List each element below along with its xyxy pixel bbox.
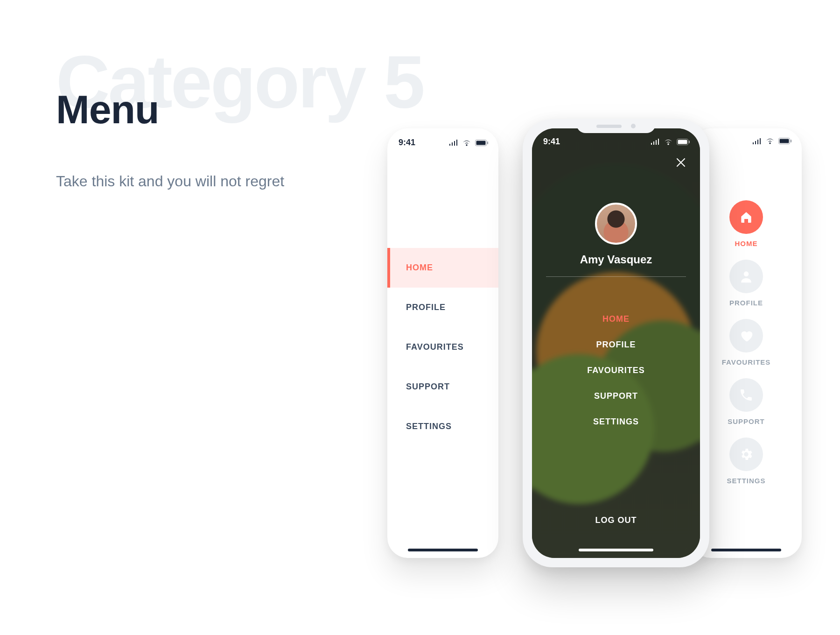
user-name: Amy Vasquez <box>580 253 652 266</box>
status-indicators <box>449 140 488 146</box>
close-button[interactable] <box>674 155 688 169</box>
speaker-icon <box>596 125 622 128</box>
phone-left: 9:41 HOME PROFILE FAVOURITES SUPPORT SET… <box>387 128 498 558</box>
right-menu-item-label: SETTINGS <box>727 477 765 485</box>
left-menu-item-label: SUPPORT <box>406 382 450 392</box>
center-menu: HOME PROFILE FAVOURITES SUPPORT SETTINGS <box>587 314 645 427</box>
right-menu-item-settings[interactable]: SETTINGS <box>727 437 765 485</box>
svg-rect-1 <box>476 141 486 145</box>
avatar[interactable] <box>595 203 637 245</box>
status-time: 9:41 <box>399 138 415 148</box>
close-icon <box>676 157 686 168</box>
left-menu-item-settings[interactable]: SETTINGS <box>387 407 498 446</box>
svg-rect-8 <box>678 140 687 144</box>
wifi-icon <box>664 139 673 145</box>
left-menu-item-label: FAVOURITES <box>406 342 464 352</box>
status-indicators <box>752 138 791 144</box>
home-indicator <box>579 549 653 551</box>
right-menu-item-support[interactable]: SUPPORT <box>728 378 765 425</box>
cellular-icon <box>752 138 762 144</box>
cellular-icon <box>651 139 660 145</box>
battery-icon <box>677 139 690 145</box>
center-menu-item-profile[interactable]: PROFILE <box>596 340 636 350</box>
left-menu-item-favourites[interactable]: FAVOURITES <box>387 327 498 367</box>
divider <box>546 276 686 277</box>
camera-icon <box>631 124 636 128</box>
page-title: Menu <box>56 86 159 133</box>
center-menu-item-support[interactable]: SUPPORT <box>594 391 638 401</box>
svg-rect-5 <box>791 140 791 142</box>
svg-rect-9 <box>689 141 690 143</box>
wifi-icon <box>462 140 471 146</box>
left-menu-item-label: PROFILE <box>406 303 446 312</box>
left-menu-item-home[interactable]: HOME <box>387 248 498 288</box>
battery-icon <box>778 138 791 144</box>
status-indicators <box>651 139 690 145</box>
center-menu-item-settings[interactable]: SETTINGS <box>593 417 639 427</box>
right-menu-item-favourites[interactable]: FAVOURITES <box>722 319 771 366</box>
right-menu-item-home[interactable]: HOME <box>729 200 763 247</box>
right-menu-item-label: FAVOURITES <box>722 358 771 366</box>
right-menu-item-label: SUPPORT <box>728 417 765 425</box>
cellular-icon <box>449 140 458 146</box>
heading: Category 5 Menu <box>56 44 423 119</box>
home-indicator <box>408 549 478 551</box>
center-menu-item-favourites[interactable]: FAVOURITES <box>587 366 645 375</box>
left-menu-item-label: SETTINGS <box>406 422 452 431</box>
phone-center-screen: 9:41 Amy Vasquez HOME PROFILE FAV <box>532 128 700 558</box>
left-menu-item-support[interactable]: SUPPORT <box>387 367 498 407</box>
page-subtitle: Take this kit and you will not regret <box>56 173 284 190</box>
phone-icon <box>729 378 763 412</box>
status-bar: 9:41 <box>387 128 498 152</box>
right-menu-item-label: PROFILE <box>729 299 763 307</box>
logout-button[interactable]: LOG OUT <box>595 515 637 525</box>
right-menu-item-label: HOME <box>735 240 758 247</box>
left-menu-item-label: HOME <box>406 263 433 273</box>
left-menu-item-profile[interactable]: PROFILE <box>387 288 498 327</box>
center-menu-item-home[interactable]: HOME <box>602 314 630 324</box>
home-indicator <box>711 549 781 551</box>
phone-notch <box>576 119 656 133</box>
home-icon <box>729 200 763 234</box>
svg-rect-4 <box>780 139 789 143</box>
svg-rect-2 <box>487 141 488 144</box>
user-icon <box>729 260 763 293</box>
status-time: 9:41 <box>543 137 560 147</box>
heart-icon <box>729 319 763 353</box>
svg-point-6 <box>744 271 749 276</box>
gear-icon <box>729 437 763 471</box>
phone-center: 9:41 Amy Vasquez HOME PROFILE FAV <box>523 119 709 567</box>
right-menu-item-profile[interactable]: PROFILE <box>729 260 763 307</box>
left-menu: HOME PROFILE FAVOURITES SUPPORT SETTINGS <box>387 248 498 446</box>
wifi-icon <box>765 138 775 144</box>
battery-icon <box>475 140 488 146</box>
phones-stage: 9:41 HOME PROFILE FAVOURITES SUPPORT SET… <box>387 124 807 591</box>
